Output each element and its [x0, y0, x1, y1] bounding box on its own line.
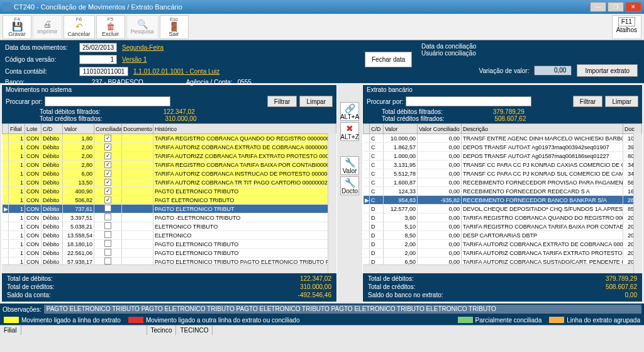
atalhos-button[interactable]: F11 Atalhos: [612, 15, 641, 39]
link-icon: 🔗: [345, 103, 355, 113]
table-row[interactable]: 1CONDébito22.561,06PAGTO ELETRONICO TRIB…: [3, 249, 336, 258]
pesquisa-button[interactable]: 🔍 Pesquisa: [126, 15, 158, 39]
extrato-footer: Total de débitos:379.789,29 Total de cré…: [363, 273, 642, 302]
table-row[interactable]: C3.131,950,00TRANSF CC PARA CC PJ KONRAD…: [364, 161, 642, 169]
unlink-icon: ✖: [346, 123, 353, 133]
save-icon: 💾: [12, 22, 23, 31]
imprimir-button[interactable]: 🖨 Imprimir: [33, 15, 62, 39]
table-row[interactable]: 1CONDébito2,80✓TARIFA REGISTRO COBRANCA …: [3, 161, 336, 169]
excluir-button[interactable]: F5 🗑 Excluir: [96, 15, 125, 39]
table-row[interactable]: C124,330,00RECEBIMENTO FORNECEDOR REDECA…: [364, 187, 642, 196]
variacao-label: Variação de valor:: [479, 67, 530, 74]
movimentos-grid[interactable]: Filial Lote C/D Valor Conciliada Documen…: [2, 123, 336, 273]
movimentos-footer: Total de débitos:122.347,02 Total de cré…: [2, 273, 336, 302]
undo-icon: ↶: [75, 22, 83, 31]
table-row[interactable]: D2,000,00TARIFA AUTORIZ COBRANCA TARIFA …: [364, 249, 642, 258]
scrollbar-h-right[interactable]: [363, 264, 633, 273]
status-tecinco1: Tecinco: [147, 326, 177, 335]
window-title: CT240 - Conciliação de Movimentos / Extr…: [14, 3, 590, 11]
legend-swatch-green: [458, 317, 473, 323]
table-row[interactable]: 1CONDébito1,80✓TARIFA REGISTRO COBRANCA …: [3, 134, 336, 143]
print-icon: 🖨: [43, 20, 52, 28]
link-alta-button[interactable]: 🔗ALT+A: [340, 102, 359, 121]
legend-swatch-orange: [549, 317, 564, 323]
cancelar-button[interactable]: F6 ↶ Cancelar: [64, 15, 95, 39]
docto-button[interactable]: 🔧Docto: [340, 176, 359, 195]
unlink-altz-button[interactable]: ✖ALT+Z: [340, 122, 359, 141]
usuario-conc-label: Usuário conciliação: [421, 50, 476, 57]
table-row[interactable]: 1CONDébito400,90✓PAGTO ELETRONICO TRIBUT…: [3, 187, 336, 196]
table-row[interactable]: C1.600,870,00RECEBIMENTO FORNECEDOR PROV…: [364, 178, 642, 187]
table-row[interactable]: ▶1CONDébito737,61PAGTO ELETRONICO TRIBUT: [3, 205, 336, 213]
movimentos-panel: Movimentos no sistema Procurar por: Filt…: [1, 84, 337, 302]
codigo-input[interactable]: [79, 55, 117, 64]
fechar-data-button[interactable]: Fechar data: [365, 52, 412, 67]
close-button[interactable]: ✕: [625, 2, 641, 12]
valor-button[interactable]: 🔧Valor: [340, 156, 359, 175]
observacoes-row: Observações: PAGTO ELETRONICO TRIBUTO PA…: [0, 304, 644, 315]
importar-extrato-button[interactable]: Importar extrato: [577, 64, 638, 77]
minimize-button[interactable]: —: [590, 2, 606, 12]
limpar-button-right[interactable]: Limpar: [605, 96, 638, 107]
scrollbar-v-right[interactable]: [633, 133, 642, 273]
procurar-input-left[interactable]: [45, 96, 170, 106]
trash-icon: 🗑: [106, 22, 115, 31]
table-row[interactable]: D5,100,00TARIFA REGISTRO COBRANCA TARIFA…: [364, 222, 642, 231]
table-row[interactable]: 1CONDébito5.038,21ELETRONICO TRIBUTO: [3, 222, 336, 231]
data-conc-label: Data da conciliação: [421, 43, 476, 50]
dia-semana-link[interactable]: Segunda-Feira: [122, 44, 164, 51]
legend-row: Movimento ligado a linha do extrato Movi…: [0, 315, 644, 325]
table-row[interactable]: C5.512,780,00TRANSF CC PARA CC PJ KONRAD…: [364, 169, 642, 178]
versao-link[interactable]: Versão 1: [122, 56, 147, 63]
table-row[interactable]: 1CONDébito13.558,54ELETRONICO: [3, 231, 336, 240]
table-row[interactable]: D8,500,00DESP CARTORARIAS DBTP2001: [364, 231, 642, 240]
header-panel: Data dos movimentos: Segunda-Feira Códig…: [0, 40, 644, 83]
table-row[interactable]: 1CONDébito18.180,10PAGTO ELETRONICO TRIB…: [3, 240, 336, 249]
legend-swatch-red: [128, 317, 143, 323]
status-bar: Filial Tecinco TECINCO: [0, 325, 644, 335]
table-row[interactable]: ▶C954,83-935,82RECEBIMENTO FORNECEDOR BA…: [364, 196, 642, 205]
movimentos-title: Movimentos no sistema: [2, 85, 336, 94]
variacao-value: 0,00: [534, 65, 572, 76]
legend-swatch-yellow: [4, 317, 19, 323]
conta-input[interactable]: [79, 67, 128, 76]
table-row[interactable]: D12.577,000,00DEVOL.CHEQUE DEPOSITADO* C…: [364, 205, 642, 213]
filtrar-button-right[interactable]: Filtrar: [573, 96, 603, 107]
table-row[interactable]: 1CONDébito2,00✓TARIFA AUTORIZZ COBRANCA …: [3, 152, 336, 161]
table-row[interactable]: D3,600,00TARIFA REGISTRO COBRANCA QUANDO…: [364, 213, 642, 222]
extrato-grid[interactable]: C/D Valor Valor Conciliado Descrição Doc…: [363, 123, 642, 273]
conta-desc-link[interactable]: 1.1.01.02.01.1001 - Conta Luiz: [133, 68, 219, 75]
table-row[interactable]: C10.000,000,00TRANSF ENTRE AGENC DINH MA…: [364, 134, 642, 143]
table-row[interactable]: 1CONDébito2,00✓TARIFA AUTORIZ COBRANCA E…: [3, 143, 336, 152]
table-row[interactable]: 1CONDébito13,50✓TARIFA AUTORIZ COBRANCA …: [3, 178, 336, 187]
table-row[interactable]: D2,000,00TARIFA AUTORIZ COBRANCA EXTRATO…: [364, 240, 642, 249]
gravar-button[interactable]: F4 💾 Gravar: [3, 15, 31, 39]
table-row[interactable]: 1CONDébito506,82✓PAGT ELETRONICO TRIBUTO: [3, 196, 336, 205]
wrench-icon: 🔧: [345, 178, 355, 188]
table-row[interactable]: 1CONDébito3.397,51PAGTO -ELETRONICO TRIB…: [3, 213, 336, 222]
data-mov-label: Data dos movimentos:: [5, 44, 74, 51]
extrato-title: Extrato bancário: [363, 85, 642, 94]
observacoes-text[interactable]: PAGTO ELETRONICO TRIBUTO PAGTO ELETRONIC…: [44, 305, 641, 314]
procurar-input-right[interactable]: [406, 96, 531, 106]
filtrar-button-left[interactable]: Filtrar: [267, 96, 297, 107]
exit-icon: 🚪: [169, 22, 179, 31]
scrollbar-v-left[interactable]: [328, 133, 336, 273]
table-row[interactable]: C1.862,570,00DEPOS TRANSF AUTOAT Ag01973…: [364, 143, 642, 152]
table-row[interactable]: C1.000,000,00DEPOS TRANSF AUTOAT Ag01587…: [364, 152, 642, 161]
maximize-button[interactable]: ❐: [608, 2, 624, 12]
limpar-button-left[interactable]: Limpar: [299, 96, 333, 107]
banco-value: 237 - BRADESCO: [92, 79, 143, 86]
scrollbar-h-left[interactable]: [2, 264, 328, 273]
status-tecinco2: TECINCO: [176, 326, 213, 335]
main-toolbar: F4 💾 Gravar 🖨 Imprimir F6 ↶ Cancelar F5 …: [0, 14, 644, 40]
extrato-panel: Extrato bancário Procurar por: Filtrar L…: [362, 84, 643, 302]
procurar-label-left: Procurar por:: [6, 98, 42, 105]
agencia-value: 0555: [238, 79, 252, 86]
data-mov-input[interactable]: [79, 43, 117, 52]
agencia-label: Agência / Conta:: [186, 79, 233, 86]
table-row[interactable]: 1CONDébito6,00✓TARIFA AUTORIZ COBRANCA I…: [3, 169, 336, 178]
banco-label: Banco:: [5, 79, 74, 86]
sair-button[interactable]: Esc 🚪 Sair: [160, 15, 189, 39]
wrench-icon: 🔧: [345, 157, 355, 167]
